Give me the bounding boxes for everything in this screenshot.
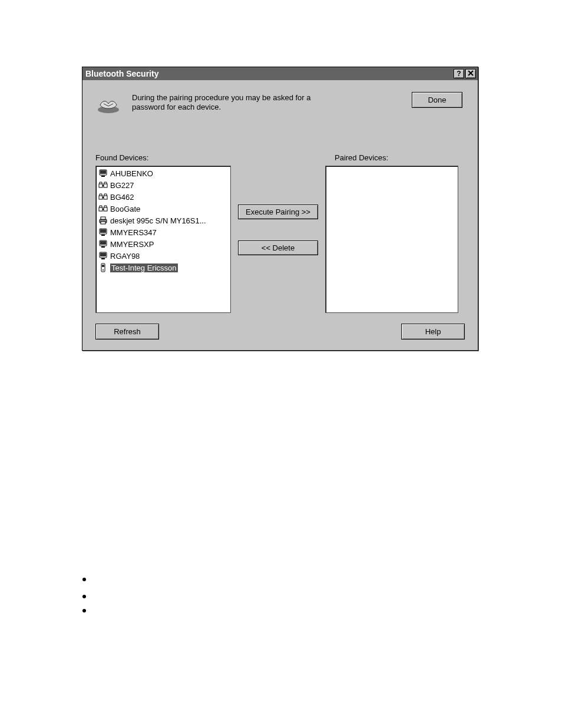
svg-rect-11 [101, 217, 105, 219]
list-item-label: RGAY98 [110, 252, 140, 261]
list-item[interactable]: BG462 [97, 191, 230, 203]
bluetooth-security-dialog: Bluetooth Security ? During the [82, 67, 478, 351]
list-item[interactable]: RGAY98 [97, 250, 230, 262]
svg-rect-2 [100, 170, 106, 174]
paired-devices-list[interactable] [325, 166, 458, 313]
svg-rect-23 [102, 265, 104, 267]
svg-point-24 [103, 269, 104, 271]
svg-rect-14 [100, 229, 106, 233]
computer-icon [98, 169, 108, 178]
lists-row: AHUBENKOBG227BG462BooGatedeskjet 995c S/… [93, 166, 467, 313]
list-item[interactable]: AHUBENKO [97, 167, 230, 179]
printer-icon [98, 216, 108, 225]
phone-icon [98, 263, 108, 272]
svg-rect-5 [104, 184, 107, 187]
list-item-label: AHUBENKO [110, 169, 153, 178]
svg-rect-20 [100, 253, 106, 256]
list-item-label: MMYERSXP [110, 240, 154, 249]
done-button[interactable]: Done [412, 92, 462, 108]
svg-rect-18 [101, 246, 105, 248]
svg-rect-9 [104, 207, 107, 211]
svg-rect-8 [99, 207, 103, 211]
question-icon: ? [457, 70, 461, 78]
svg-rect-12 [101, 222, 105, 224]
svg-rect-21 [101, 258, 105, 259]
svg-rect-7 [104, 196, 107, 199]
help-titlebar-button[interactable]: ? [454, 69, 464, 78]
list-item[interactable]: BG227 [97, 179, 230, 191]
handshake-icon [95, 92, 121, 118]
list-item-label: BooGate [110, 205, 140, 213]
svg-rect-17 [100, 241, 106, 245]
delete-button[interactable]: << Delete [238, 241, 318, 255]
close-button[interactable] [465, 69, 476, 78]
list-labels: Found Devices: Paired Devices: [93, 153, 467, 162]
list-item-label: BG462 [110, 193, 134, 202]
help-button[interactable]: Help [401, 324, 465, 340]
page-bullets [82, 578, 86, 612]
list-item[interactable]: BooGate [97, 203, 230, 215]
computer-icon [98, 228, 108, 237]
found-devices-label: Found Devices: [95, 153, 240, 162]
svg-rect-6 [99, 196, 103, 199]
gateway-icon [98, 192, 108, 202]
titlebar: Bluetooth Security ? [82, 67, 478, 80]
intro-line-1: During the pairing procedure you may be … [132, 93, 401, 103]
svg-rect-3 [101, 176, 105, 177]
list-item[interactable]: MMYERSXP [97, 238, 230, 250]
list-item-label: MMYERS347 [110, 228, 157, 237]
gateway-icon [98, 204, 108, 213]
list-item-label: Test-Integ Ericsson [110, 263, 178, 272]
intro-line-2: password for each device. [132, 103, 401, 112]
close-icon [468, 70, 474, 78]
dialog-title: Bluetooth Security [85, 69, 158, 78]
computer-icon [98, 251, 108, 261]
execute-pairing-button[interactable]: Execute Pairing >> [238, 205, 318, 219]
list-item[interactable]: deskjet 995c S/N MY16S1... [97, 215, 230, 226]
refresh-button[interactable]: Refresh [95, 324, 159, 340]
list-item[interactable]: MMYERS347 [97, 226, 230, 238]
svg-rect-4 [99, 184, 103, 187]
paired-devices-label: Paired Devices: [335, 153, 465, 162]
found-devices-list[interactable]: AHUBENKOBG227BG462BooGatedeskjet 995c S/… [95, 166, 231, 313]
list-item-label: deskjet 995c S/N MY16S1... [110, 216, 206, 225]
header-row: During the pairing procedure you may be … [93, 86, 467, 136]
gateway-icon [98, 180, 108, 190]
bottom-buttons: Refresh Help [93, 313, 467, 340]
intro-text: During the pairing procedure you may be … [132, 92, 401, 113]
transfer-buttons: Execute Pairing >> << Delete [231, 166, 325, 313]
computer-icon [98, 239, 108, 249]
list-item-label: BG227 [110, 181, 134, 190]
dialog-body: During the pairing procedure you may be … [82, 80, 478, 350]
svg-rect-15 [101, 235, 105, 236]
titlebar-buttons: ? [454, 69, 476, 78]
list-item[interactable]: Test-Integ Ericsson [97, 262, 230, 274]
